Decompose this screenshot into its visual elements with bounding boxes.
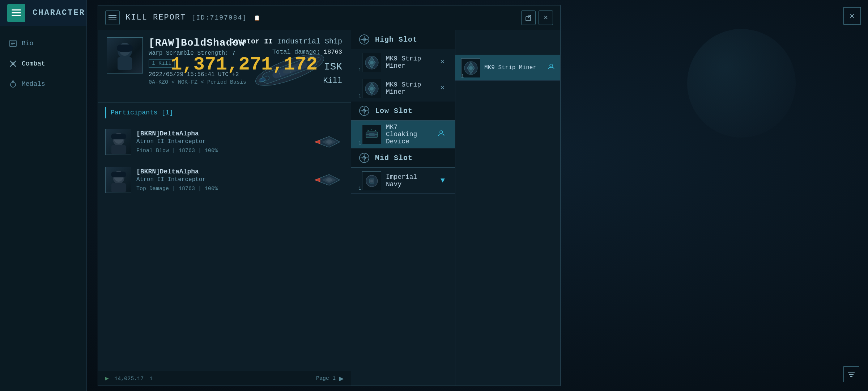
- svg-point-43: [370, 61, 374, 64]
- participant-face-1: [106, 129, 131, 155]
- high-slot-icon: [358, 34, 370, 45]
- bio-icon: [9, 39, 17, 48]
- item-icon-mk9-2: [362, 79, 381, 98]
- modal-title: KILL REPORT [ID:7197984] 📋: [125, 13, 261, 22]
- remove-item-btn-2[interactable]: ×: [437, 82, 448, 94]
- svg-point-53: [440, 131, 443, 134]
- person-icon-right-1: [548, 63, 554, 72]
- atron-ship-svg-1: [311, 131, 344, 153]
- modal-body: [RAW]BoldShadow Warp Scramble Strength: …: [98, 30, 560, 386]
- svg-point-38: [326, 178, 332, 182]
- isk-display: 1,371,271,172 ISK: [171, 55, 342, 74]
- equipment-right-panel: 1 MK9 Strip Miner: [455, 30, 560, 386]
- victim-avatar: [107, 37, 143, 73]
- svg-rect-15: [118, 57, 132, 70]
- ship-class: Covetor II Industrial Ship: [171, 37, 342, 46]
- totals-row: ▶ 14,025.17 1 Page 1 ▶: [98, 371, 351, 386]
- participant-face-2: [106, 167, 131, 193]
- sidebar-hamburger-button[interactable]: [7, 4, 25, 22]
- participant-list: [BKRN]DeltaAlpha Atron II Interceptor Fi…: [98, 123, 351, 371]
- high-slot-item-1: 1 MK9 Strip Miner ×: [351, 49, 455, 75]
- kill-report-modal: KILL REPORT [ID:7197984] 📋 ×: [98, 5, 561, 386]
- mid-slot-item-1: 1 Imperial Navy ▼: [351, 168, 455, 194]
- svg-rect-35: [111, 183, 126, 192]
- equipment-panels: High Slot 1: [351, 30, 560, 386]
- item-icon-mk9-1: [362, 53, 381, 72]
- participant-item: [BKRN]DeltaAlpha Atron II Interceptor Fi…: [98, 123, 351, 161]
- participant-avatar-1: [105, 129, 131, 155]
- item-icon-imperial: [362, 171, 381, 190]
- background-planet: [687, 29, 796, 138]
- eq-right-item-1: 1 MK9 Strip Miner: [455, 55, 560, 81]
- kill-info-section: [RAW]BoldShadow Warp Scramble Strength: …: [98, 30, 351, 102]
- page-navigation: Page 1 ▶: [316, 375, 344, 382]
- modal-header: KILL REPORT [ID:7197984] 📋 ×: [98, 5, 560, 30]
- sidebar-item-medals[interactable]: Medals: [0, 74, 86, 94]
- svg-point-33: [326, 140, 332, 144]
- mid-slot-icon: [358, 152, 370, 164]
- filter-icon: [847, 370, 855, 378]
- svg-rect-12: [526, 17, 531, 21]
- modal-close-button[interactable]: ×: [539, 10, 553, 25]
- low-slot-item-1: 1 MK7 Cloaking Device: [351, 121, 455, 148]
- participant-ship-img-1: [311, 131, 344, 153]
- high-slot-spacer: [455, 30, 560, 55]
- participant-avatar-2: [105, 167, 131, 193]
- participant-ship-img-2: [311, 169, 344, 191]
- participant-info-2: [BKRN]DeltaAlpha Atron II Interceptor To…: [136, 168, 306, 192]
- remove-item-btn-1[interactable]: ×: [437, 56, 448, 68]
- low-slot-icon: [358, 105, 370, 117]
- participant-info-1: [BKRN]DeltaAlpha Atron II Interceptor Fi…: [136, 130, 306, 154]
- high-slot-item-2: 1 MK9 Strip Miner ×: [351, 75, 455, 101]
- svg-point-58: [370, 180, 373, 182]
- svg-point-46: [370, 87, 374, 91]
- svg-rect-52: [369, 133, 375, 136]
- low-slot-header: Low Slot: [351, 101, 455, 121]
- svg-point-61: [469, 66, 473, 70]
- svg-rect-32: [111, 134, 126, 139]
- svg-rect-17: [117, 45, 133, 52]
- medals-icon: [9, 80, 17, 88]
- modal-overlay: KILL REPORT [ID:7197984] 📋 ×: [94, 0, 561, 391]
- kill-stats: Covetor II Industrial Ship Total damage:…: [171, 37, 342, 85]
- avatar-face-svg: [110, 39, 139, 72]
- mid-slot-header: Mid Slot: [351, 148, 455, 168]
- copy-icon: 📋: [254, 15, 261, 21]
- high-slot-header: High Slot: [351, 30, 455, 49]
- totals-display: ▶ 14,025.17 1: [105, 375, 153, 382]
- sidebar-navigation: Bio Combat Medals: [0, 26, 86, 101]
- item-icon-cloaking: [362, 125, 381, 144]
- participants-column: [RAW]BoldShadow Warp Scramble Strength: …: [98, 30, 351, 386]
- eq-item-icon-mk9: [461, 58, 480, 77]
- kill-type-label: Kill: [171, 76, 342, 85]
- sidebar-item-bio[interactable]: Bio: [0, 33, 86, 54]
- atron-ship-svg-2: [311, 169, 344, 191]
- combat-icon: [9, 59, 17, 68]
- app-close-button[interactable]: ×: [843, 7, 861, 25]
- sidebar: CHARACTER Bio Combat Meda: [0, 0, 87, 391]
- sidebar-title: CHARACTER: [33, 8, 85, 17]
- participant-item-2: [BKRN]DeltaAlpha Atron II Interceptor To…: [98, 161, 351, 199]
- external-link-button[interactable]: [521, 10, 536, 25]
- sidebar-item-combat[interactable]: Combat: [0, 54, 86, 74]
- svg-point-11: [10, 82, 16, 87]
- equipment-left-panel: High Slot 1: [351, 30, 455, 386]
- person-icon-cloaking: [435, 128, 448, 141]
- participants-tab[interactable]: Participants [1]: [105, 107, 173, 118]
- participants-header: Participants [1]: [98, 102, 351, 123]
- main-content: KILL REPORT [ID:7197984] 📋 ×: [87, 0, 868, 391]
- modal-actions: ×: [521, 10, 553, 25]
- svg-point-62: [550, 64, 553, 67]
- modal-hamburger-button[interactable]: [105, 10, 120, 25]
- svg-rect-30: [111, 145, 126, 154]
- next-page-button[interactable]: ▶: [339, 375, 344, 382]
- external-link-icon: [525, 14, 532, 21]
- sidebar-header: CHARACTER: [0, 0, 86, 26]
- svg-rect-37: [111, 172, 126, 177]
- scroll-down-indicator: ▼: [438, 175, 448, 186]
- filter-button[interactable]: [843, 366, 859, 382]
